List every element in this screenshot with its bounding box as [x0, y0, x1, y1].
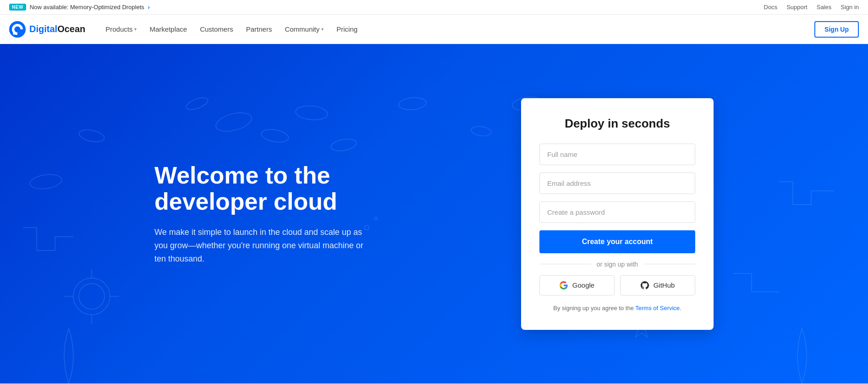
logo-text: DigitalOcean — [29, 24, 85, 34]
svg-rect-1 — [15, 33, 17, 35]
fullname-group — [539, 144, 695, 165]
divider-text: or sign up with — [597, 261, 638, 268]
hero-title: Welcome to the developer cloud — [154, 162, 411, 215]
svg-rect-3 — [13, 31, 15, 33]
products-chevron-icon: ▾ — [134, 27, 137, 32]
signup-button[interactable]: Sign Up — [814, 21, 859, 38]
svg-point-19 — [29, 173, 62, 190]
divider-line-left — [539, 264, 591, 264]
logo[interactable]: DigitalOcean — [9, 21, 85, 38]
email-input[interactable] — [539, 173, 695, 194]
docs-link[interactable]: Docs — [764, 4, 778, 11]
signin-link[interactable]: Sign in — [841, 4, 859, 11]
announcement-left: NEW Now available: Memory-Optimized Drop… — [9, 4, 150, 11]
community-chevron-icon: ▾ — [321, 27, 324, 32]
hero-content: Welcome to the developer cloud We make i… — [136, 71, 732, 357]
signup-card-title: Deploy in seconds — [539, 117, 695, 131]
nav-left: DigitalOcean Products ▾ Marketplace Cust… — [9, 21, 363, 38]
hero-section: Welcome to the developer cloud We make i… — [0, 44, 868, 384]
github-icon — [641, 281, 649, 289]
social-buttons: Google GitHub — [539, 275, 695, 295]
github-signin-button[interactable]: GitHub — [620, 275, 695, 295]
github-label: GitHub — [654, 281, 675, 289]
create-account-button[interactable]: Create your account — [539, 230, 695, 253]
announcement-bar: NEW Now available: Memory-Optimized Drop… — [0, 0, 868, 15]
password-input[interactable] — [539, 201, 695, 223]
svg-point-0 — [9, 21, 26, 38]
nav-pricing[interactable]: Pricing — [331, 22, 363, 37]
announcement-text: Now available: Memory-Optimized Droplets… — [30, 4, 150, 11]
logo-icon — [9, 21, 26, 38]
terms-link[interactable]: Terms of Service — [635, 305, 680, 312]
google-signin-button[interactable]: Google — [539, 275, 615, 295]
nav-partners[interactable]: Partners — [241, 22, 278, 37]
terms-text: By signing up you agree to the Terms of … — [539, 305, 695, 312]
divider: or sign up with — [539, 261, 695, 268]
nav-right: Sign Up — [814, 21, 859, 38]
hero-subtitle: We make it simple to launch in the cloud… — [154, 226, 365, 265]
support-link[interactable]: Support — [786, 4, 808, 11]
email-group — [539, 173, 695, 194]
fullname-input[interactable] — [539, 144, 695, 165]
svg-point-24 — [79, 284, 104, 309]
password-group — [539, 201, 695, 223]
google-label: Google — [572, 281, 594, 289]
nav-marketplace[interactable]: Marketplace — [144, 22, 192, 37]
nav-products[interactable]: Products ▾ — [100, 22, 142, 37]
sales-link[interactable]: Sales — [817, 4, 832, 11]
new-badge: NEW — [9, 4, 26, 11]
google-icon — [560, 281, 568, 289]
nav-links: Products ▾ Marketplace Customers Partner… — [100, 22, 363, 37]
hero-text: Welcome to the developer cloud We make i… — [154, 162, 411, 266]
svg-point-18 — [78, 128, 105, 144]
nav-community[interactable]: Community ▾ — [279, 22, 329, 37]
divider-line-right — [643, 264, 695, 264]
main-nav: DigitalOcean Products ▾ Marketplace Cust… — [0, 15, 868, 44]
signup-card: Deploy in seconds Create your account or… — [521, 98, 714, 330]
svg-rect-2 — [13, 33, 15, 34]
announcement-links: Docs Support Sales Sign in — [764, 4, 859, 11]
nav-customers[interactable]: Customers — [194, 22, 239, 37]
